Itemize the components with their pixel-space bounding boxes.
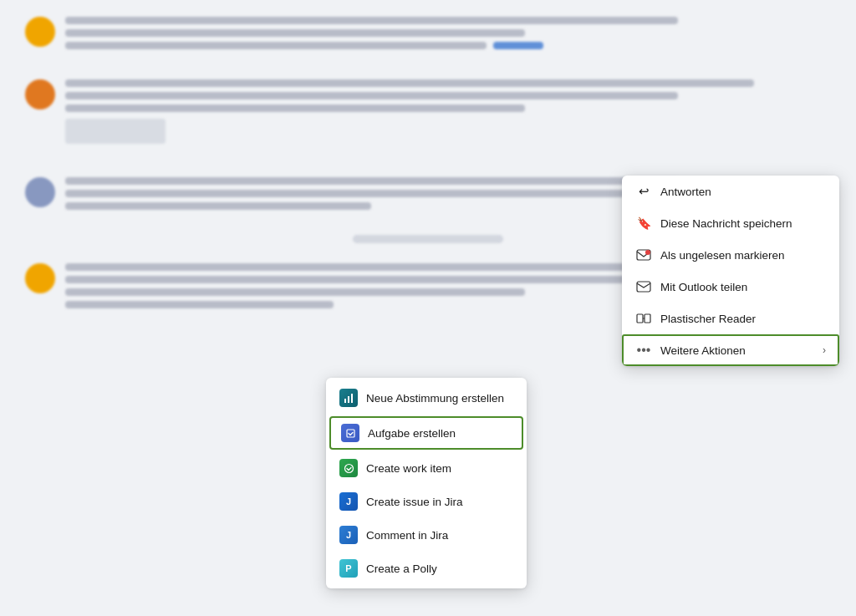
right-context-menu: ↩ Antworten 🔖 Diese Nachricht speichern … <box>622 176 839 366</box>
menu-item-new-poll[interactable]: Neue Abstimmung erstellen <box>326 381 527 415</box>
menu-item-create-work-item[interactable]: Create work item <box>326 451 527 485</box>
menu-label-save: Diese Nachricht speichern <box>660 217 826 230</box>
reply-icon: ↩ <box>635 183 652 200</box>
svg-rect-6 <box>344 399 346 403</box>
avatar-3 <box>25 177 55 207</box>
task-app-icon <box>341 424 359 442</box>
menu-item-mark-unread[interactable]: Als ungelesen markieren <box>622 239 839 271</box>
menu-item-share-outlook[interactable]: Mit Outlook teilen <box>622 271 839 303</box>
jira-issue-app-icon: J <box>339 492 358 511</box>
avatar-1 <box>25 17 55 47</box>
bookmark-icon: 🔖 <box>635 215 652 232</box>
menu-label-create-jira-issue: Create issue in Jira <box>366 496 513 508</box>
svg-point-1 <box>645 250 650 255</box>
svg-rect-8 <box>351 394 353 403</box>
menu-item-comment-jira[interactable]: J Comment in Jira <box>326 518 527 552</box>
right-menu-panel: ↩ Antworten 🔖 Diese Nachricht speichern … <box>622 176 839 366</box>
chat-bubble-1 <box>65 17 831 54</box>
menu-item-save[interactable]: 🔖 Diese Nachricht speichern <box>622 207 839 239</box>
menu-label-create-task: Aufgabe erstellen <box>368 427 512 440</box>
unread-icon <box>635 247 652 263</box>
menu-item-create-polly[interactable]: P Create a Polly <box>326 552 527 585</box>
menu-item-reply[interactable]: ↩ Antworten <box>622 176 839 207</box>
svg-rect-4 <box>645 314 650 323</box>
sub-context-menu: Neue Abstimmung erstellen Aufgabe erstel… <box>326 378 527 588</box>
sub-menu-panel: Neue Abstimmung erstellen Aufgabe erstel… <box>326 378 527 588</box>
menu-label-more-actions: Weitere Aktionen <box>660 344 814 357</box>
menu-label-reply: Antworten <box>660 186 826 198</box>
menu-label-create-work-item: Create work item <box>366 462 513 475</box>
menu-label-mark-unread: Als ungelesen markieren <box>660 249 826 262</box>
menu-label-immersive-reader: Plastischer Reader <box>660 313 826 325</box>
svg-rect-2 <box>637 282 650 292</box>
work-item-app-icon <box>339 459 358 477</box>
avatar-2 <box>25 79 55 109</box>
menu-label-share-outlook: Mit Outlook teilen <box>660 281 826 293</box>
more-actions-arrow-icon: › <box>823 344 826 356</box>
menu-label-new-poll: Neue Abstimmung erstellen <box>366 392 513 405</box>
jira-comment-app-icon: J <box>339 526 358 544</box>
menu-item-create-task[interactable]: Aufgabe erstellen <box>329 416 523 450</box>
svg-point-10 <box>344 464 353 472</box>
menu-label-create-polly: Create a Polly <box>366 563 513 575</box>
menu-item-immersive-reader[interactable]: Plastischer Reader <box>622 303 839 334</box>
menu-item-more-actions[interactable]: ••• Weitere Aktionen › <box>622 334 839 366</box>
chat-bubble-2 <box>65 79 831 144</box>
polly-app-icon: P <box>339 559 358 578</box>
reader-icon <box>635 310 652 327</box>
avatar-4 <box>25 263 55 293</box>
poll-app-icon <box>339 389 358 407</box>
more-actions-icon: ••• <box>635 342 652 359</box>
menu-label-comment-jira: Comment in Jira <box>366 529 513 542</box>
menu-item-create-jira-issue[interactable]: J Create issue in Jira <box>326 485 527 518</box>
outlook-icon <box>635 278 652 295</box>
svg-rect-3 <box>637 314 643 323</box>
svg-rect-7 <box>348 396 349 403</box>
